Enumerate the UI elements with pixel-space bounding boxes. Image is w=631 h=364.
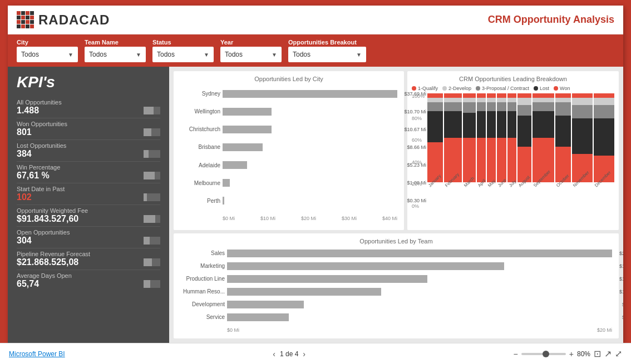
legend-label: 3-Proposal / Contract [482, 86, 529, 91]
team-bar-value: $4 Mi [622, 313, 623, 321]
team-chart-card: Opportunities Led by Team Sales $25 Mi M… [174, 233, 619, 338]
filter-group-status: Status Todos ▼ [152, 39, 214, 62]
charts-top-row: Opportunities Led by City Sydney $37.69 … [174, 71, 619, 230]
content-area: KPI's All Opportunities 1.488 Won Opport… [8, 67, 623, 343]
kpi-bar [144, 150, 149, 158]
filter-select[interactable]: Todos ▼ [85, 47, 146, 62]
city-label: Adelaide [180, 162, 220, 168]
powerbi-link[interactable]: Microsoft Power BI [9, 350, 65, 358]
stacked-column: January [427, 93, 443, 201]
legend-item: Lost [534, 86, 549, 91]
team-bar-wrap: $10 Mi [227, 288, 612, 296]
team-bar-row: Production Line $13 Mi [180, 275, 612, 283]
team-label: Humman Reso... [180, 288, 225, 295]
bar-segment [507, 111, 516, 138]
kpi-bar-container [144, 107, 160, 114]
zoom-plus-button[interactable]: + [569, 350, 574, 358]
chevron-down-icon: ▼ [136, 52, 141, 58]
zoom-level: 80% [577, 350, 590, 358]
filter-label: Opportunities Breakout [288, 39, 366, 46]
city-label: Perth [180, 198, 220, 204]
bar-segment [572, 98, 593, 105]
city-chart-title: Opportunities Led by City [178, 76, 400, 82]
kpi-value: 1.488 [17, 106, 39, 116]
kpi-item: Pipeline Revenue Forecast $21.868.525,08 [17, 248, 160, 270]
bar-segment [427, 111, 443, 142]
kpi-value: 67,61 % [17, 171, 50, 181]
kpi-name: Won Opportunities [17, 121, 160, 127]
city-bar [223, 108, 272, 116]
kpi-value-row: 384 [17, 149, 160, 159]
charts-area: Opportunities Led by City Sydney $37.69 … [169, 67, 623, 343]
team-bar [227, 313, 289, 321]
zoom-minus-button[interactable]: − [514, 350, 518, 358]
bar-segment [533, 111, 554, 138]
stacked-column: September [533, 93, 554, 201]
charts-bottom-row: Opportunities Led by Team Sales $25 Mi M… [174, 233, 619, 338]
bar-segment [497, 102, 506, 111]
bar-segment [572, 105, 593, 118]
filter-bar: City Todos ▼ Team Name Todos ▼ Status To… [8, 34, 623, 67]
page-prev-button[interactable]: ‹ [273, 350, 275, 358]
kpi-bar-container [144, 280, 160, 288]
kpi-title: KPI's [17, 73, 160, 91]
kpi-bar [144, 258, 152, 266]
city-axis-label: $10 Mi [260, 216, 275, 221]
team-bar-wrap: $13 Mi [227, 275, 612, 283]
kpi-item: Open Opportunities 304 [17, 227, 160, 248]
share-icon[interactable]: ↗ [604, 348, 612, 359]
bar-segment [555, 98, 571, 102]
bar-segment [497, 111, 506, 138]
filter-select[interactable]: Todos ▼ [288, 47, 366, 62]
filter-select[interactable]: Todos ▼ [152, 47, 214, 62]
filter-label: City [17, 39, 78, 46]
bar-segment [517, 98, 531, 105]
bar-segment [463, 138, 475, 182]
city-chart-card: Opportunities Led by City Sydney $37.69 … [174, 71, 404, 230]
city-axis-label: $20 Mi [301, 216, 316, 221]
bar-segment [487, 102, 496, 111]
bar-segment [594, 105, 614, 118]
filter-select[interactable]: Todos ▼ [220, 47, 282, 62]
y-axis-label: 100% [412, 93, 425, 99]
bar-segment [444, 111, 462, 138]
bar-segment [517, 105, 531, 116]
city-bar-wrap: $0.30 Mi [223, 197, 397, 205]
zoom-slider[interactable] [521, 353, 566, 355]
city-bar [223, 126, 272, 133]
city-label: Sydney [180, 91, 220, 97]
team-bar-row: Humman Reso... $10 Mi [180, 288, 612, 296]
filter-label: Team Name [85, 39, 146, 46]
kpi-name: Average Days Open [17, 272, 160, 279]
city-bar-wrap: $8.66 Mi [223, 143, 397, 151]
kpi-name: All Opportunities [17, 99, 160, 106]
kpi-name: Pipeline Revenue Forecast [17, 251, 160, 257]
bar-segment [555, 102, 571, 116]
kpi-value: $21.868.525,08 [17, 257, 78, 267]
bar-segment [497, 98, 506, 102]
bar-segment [487, 98, 496, 102]
team-label: Service [180, 314, 225, 320]
expand-icon[interactable]: ⤢ [615, 348, 622, 359]
team-axis-label: $0 Mi [227, 327, 239, 333]
city-bar-row: Adelaide $5.23 Mi [180, 161, 397, 169]
chevron-down-icon: ▼ [356, 52, 362, 58]
city-bar-wrap: $10.70 Mi [223, 108, 397, 116]
kpi-item: Won Opportunities 801 [17, 118, 160, 140]
page-next-button[interactable]: › [303, 350, 305, 358]
filter-select[interactable]: Todos ▼ [17, 47, 78, 62]
kpi-value-row: 65,74 [17, 279, 160, 289]
bar-segment [594, 93, 614, 98]
kpi-name: Win Percentage [17, 164, 160, 171]
city-label: Melbourne [180, 180, 220, 186]
city-chart-body: Sydney $37.69 Mi Wellington $10.70 Mi Ch… [178, 86, 400, 226]
stacked-column: August [517, 93, 531, 201]
legend-label: 2-Develop [448, 86, 471, 91]
bar-segment [517, 116, 531, 147]
city-label: Christchurch [180, 126, 220, 132]
fit-page-icon[interactable]: ⊡ [594, 348, 601, 359]
team-bar-row: Marketing $18 Mi [180, 262, 612, 270]
kpi-item: Win Percentage 67,61 % [17, 162, 160, 183]
bar-segment [477, 102, 486, 111]
city-bar-row: Perth $0.30 Mi [180, 197, 397, 205]
